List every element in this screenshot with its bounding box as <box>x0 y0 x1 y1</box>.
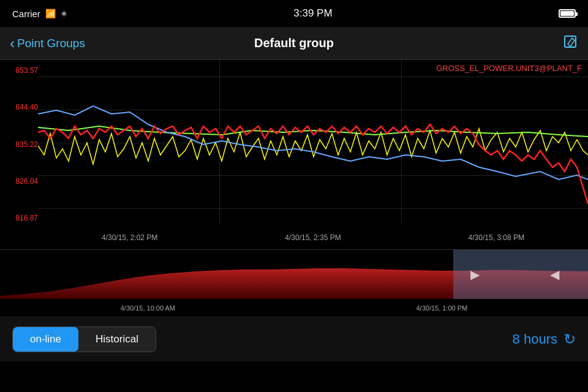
back-button[interactable]: ‹ Point Groups <box>10 36 85 51</box>
series-label: GROSS_EL_POWER.UNIT3@PLANT_F <box>436 64 582 73</box>
overview-x-axis: 4/30/15, 10:00 AM 4/30/15, 1:00 PM <box>0 300 588 317</box>
selection-overlay: ▶ ◀ <box>453 250 588 299</box>
activity-icon: ✳ <box>61 9 67 18</box>
y-axis: 853.57 844.40 835.22 826.04 816.87 <box>0 60 38 225</box>
time-range-label: 8 hours <box>513 331 557 347</box>
overview-x-label-1: 4/30/15, 10:00 AM <box>121 304 175 312</box>
y-label-2: 826.04 <box>2 177 38 186</box>
nav-bar: ‹ Point Groups Default group <box>0 27 588 60</box>
bottom-toolbar: on-line Historical 8 hours ↻ <box>0 317 588 361</box>
red-line <box>38 124 588 204</box>
tab-online-button[interactable]: on-line <box>13 327 78 352</box>
x-label-2: 4/30/15, 2:35 PM <box>285 233 341 242</box>
page-title: Default group <box>254 36 334 50</box>
tab-historical-button[interactable]: Historical <box>78 327 156 352</box>
carrier-label: Carrier <box>12 9 40 19</box>
refresh-button[interactable]: ↻ <box>564 331 576 348</box>
y-label-1: 816.87 <box>2 214 38 222</box>
y-label-4: 844.40 <box>2 103 38 111</box>
wifi-icon: 📶 <box>45 9 56 18</box>
tab-group: on-line Historical <box>12 326 156 352</box>
x-label-3: 4/30/15, 3:08 PM <box>469 233 524 242</box>
overview-chart: ▶ ◀ 4/30/15, 10:00 AM 4/30/15, 1:00 PM <box>0 250 588 317</box>
chart-svg <box>38 60 588 225</box>
x-label-1: 4/30/15, 2:02 PM <box>102 233 157 242</box>
status-bar: Carrier 📶 ✳ 3:39 PM <box>0 0 588 27</box>
status-left: Carrier 📶 ✳ <box>12 9 67 19</box>
back-chevron-icon: ‹ <box>10 36 15 51</box>
status-time: 3:39 PM <box>293 7 332 20</box>
x-axis: 4/30/15, 2:02 PM 4/30/15, 2:35 PM 4/30/1… <box>38 226 588 249</box>
overview-back-button[interactable]: ◀ <box>539 262 570 287</box>
back-label: Point Groups <box>17 37 85 50</box>
status-right <box>559 9 576 18</box>
blue-line <box>38 106 588 179</box>
main-chart: GROSS_EL_POWER.UNIT3@PLANT_F 853.57 844.… <box>0 60 588 250</box>
overview-x-label-2: 4/30/15, 1:00 PM <box>416 304 467 312</box>
y-label-3: 835.22 <box>2 140 38 149</box>
edit-button[interactable] <box>562 34 578 53</box>
edit-icon <box>562 34 578 50</box>
time-range-display: 8 hours ↻ <box>513 331 576 348</box>
overview-forward-button[interactable]: ▶ <box>459 262 490 287</box>
battery-icon <box>559 9 576 18</box>
y-label-5: 853.57 <box>2 66 38 75</box>
